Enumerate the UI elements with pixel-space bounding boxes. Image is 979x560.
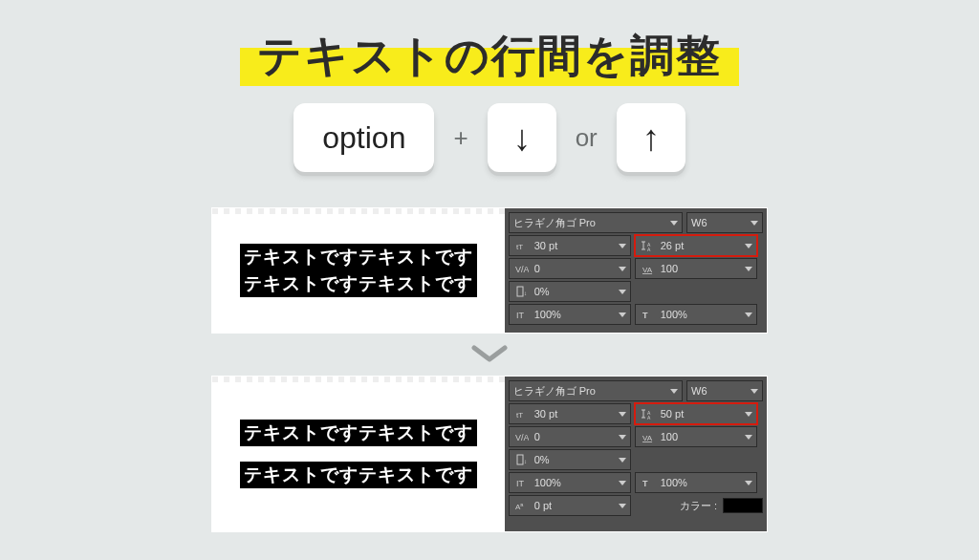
horiz-scale-field[interactable]: IT 100% [509,472,631,493]
svg-text:V/A: V/A [515,265,529,274]
shortcut-row: option + ↓ or ↑ [0,103,979,172]
svg-rect-20 [517,455,523,464]
leading-icon: AA [640,239,657,252]
example-after: テキストですテキストです テキストですテキストです ヒラギノ角ゴ Pro W6 [212,377,767,531]
tracking-icon: VA [640,262,657,275]
tracking-field[interactable]: VA 100 [635,426,757,447]
svg-text:Aª: Aª [515,503,523,511]
font-family-value: ヒラギノ角ゴ Pro [513,216,596,230]
tracking-icon: VA [640,430,657,443]
vertical-scale-field[interactable]: ↕ 0% [509,449,631,470]
horiz-scale-value-2: 100% [661,477,687,488]
tracking-field[interactable]: VA 100 [635,258,757,279]
kerning-icon: V/A [513,430,531,443]
horiz-scale-field[interactable]: IT 100% [509,304,631,325]
font-size-field[interactable]: tT 30 pt [509,235,631,256]
chevron-down-icon [751,389,758,394]
font-size-icon: tT [513,407,531,420]
svg-text:VA: VA [642,266,653,274]
font-weight-value: W6 [691,385,707,397]
svg-text:T: T [642,479,648,488]
color-swatch[interactable] [723,498,763,513]
svg-rect-8 [517,287,523,296]
character-panel-after: ヒラギノ角ゴ Pro W6 tT 30 pt [505,377,767,531]
svg-text:tT: tT [516,243,523,251]
svg-text:VA: VA [642,434,653,442]
chevron-down-icon [745,481,752,485]
font-size-field[interactable]: tT 30 pt [509,403,631,424]
horiz-scale-field-2[interactable]: T 100% [635,472,757,493]
vertical-scale-field[interactable]: ↕ 0% [509,281,631,302]
font-family-select[interactable]: ヒラギノ角ゴ Pro [509,212,683,233]
font-size-value: 30 pt [534,408,557,420]
svg-text:V/A: V/A [515,433,529,442]
vertical-scale-icon: ↕ [513,453,531,466]
leading-value: 26 pt [661,240,684,251]
page-title: テキストの行間を調整 [240,25,739,86]
kerning-value: 0 [534,263,540,274]
svg-text:tT: tT [516,411,523,420]
font-family-value: ヒラギノ角ゴ Pro [513,384,596,398]
kerning-field[interactable]: V/A 0 [509,426,631,447]
kerning-icon: V/A [513,262,531,275]
horiz-scale-icon: T [640,476,657,489]
tracking-value: 100 [661,263,678,274]
chevron-down-icon [670,221,678,226]
key-arrow-up: ↑ [617,103,685,172]
horiz-scale-value: 100% [534,309,561,320]
vertical-scale-value: 0% [534,286,550,297]
ruler-icon [212,208,505,214]
horiz-scale-icon: IT [513,308,531,321]
font-size-value: 30 pt [534,240,557,251]
font-weight-select[interactable]: W6 [686,380,763,401]
chevron-down-icon [619,290,626,294]
vertical-scale-value: 0% [534,454,550,465]
horiz-scale-value: 100% [534,477,561,488]
key-arrow-down: ↓ [488,103,556,172]
kerning-value: 0 [534,431,540,442]
baseline-shift-value: 0 pt [534,500,552,511]
chevron-down-icon [745,435,752,440]
down-arrow-icon [470,344,509,365]
chevron-down-icon [745,312,752,317]
horiz-scale-value-2: 100% [661,309,687,320]
svg-text:↕: ↕ [524,291,527,296]
sample-text-line: テキストですテキストです [240,420,477,446]
chevron-down-icon [745,244,752,248]
font-weight-value: W6 [691,217,707,228]
svg-text:↕: ↕ [524,459,527,464]
baseline-shift-icon: Aª [513,499,531,512]
leading-field[interactable]: AA 50 pt [635,403,757,424]
key-option: option [294,103,434,172]
horiz-scale-icon: IT [513,476,531,489]
or-label: or [576,123,598,153]
plus-symbol: + [453,123,468,153]
svg-text:T: T [642,311,648,320]
chevron-down-icon [745,267,752,271]
vertical-scale-icon: ↕ [513,285,531,298]
chevron-down-icon [670,389,678,394]
chevron-down-icon [619,504,626,508]
svg-text:A: A [647,247,651,251]
font-size-icon: tT [513,239,531,252]
chevron-down-icon [619,267,626,271]
font-family-select[interactable]: ヒラギノ角ゴ Pro [509,380,683,401]
chevron-down-icon [619,458,626,463]
text-sample-after: テキストですテキストです テキストですテキストです [212,377,505,531]
font-weight-select[interactable]: W6 [686,212,763,233]
ruler-icon [212,377,505,382]
tracking-value: 100 [661,431,678,442]
leading-field[interactable]: AA 26 pt [635,235,757,256]
horiz-scale-icon: T [640,308,657,321]
chevron-down-icon [619,412,626,417]
kerning-field[interactable]: V/A 0 [509,258,631,279]
leading-value: 50 pt [661,408,684,420]
color-label: カラー : [680,499,717,513]
leading-icon: AA [640,407,657,420]
character-panel-before: ヒラギノ角ゴ Pro W6 tT 30 pt [505,208,767,333]
baseline-shift-field[interactable]: Aª 0 pt [509,495,631,516]
text-sample-before: テキストですテキストです テキストですテキストです [212,208,505,333]
svg-text:IT: IT [516,479,525,488]
chevron-down-icon [619,244,626,248]
horiz-scale-field-2[interactable]: T 100% [635,304,757,325]
